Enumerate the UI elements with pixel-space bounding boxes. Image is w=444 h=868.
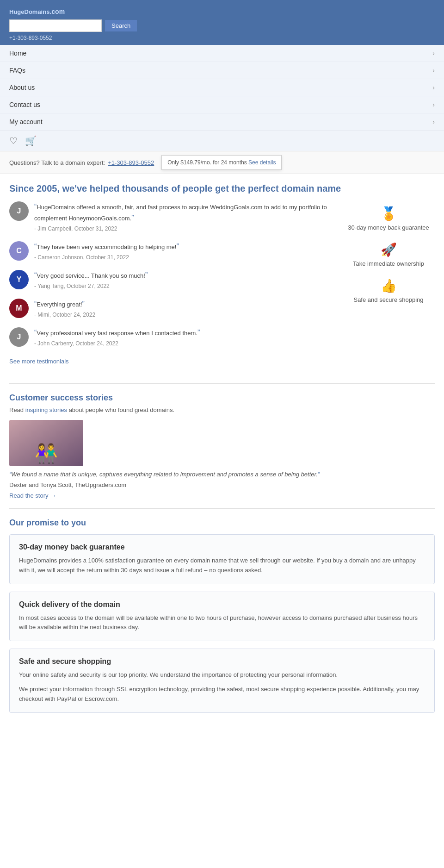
arrow-right-icon: → bbox=[50, 492, 56, 499]
testimonial-1: J HugeDomains offered a smooth, fair, an… bbox=[9, 201, 333, 232]
feature-money-back: 🏅 30-day money back guarantee bbox=[342, 206, 435, 231]
promo-bar: Questions? Talk to a domain expert: +1-3… bbox=[0, 151, 444, 174]
nav-item-faqs[interactable]: FAQs › bbox=[0, 62, 444, 79]
promise-card-delivery-title: Quick delivery of the domain bbox=[19, 600, 425, 609]
feature-money-back-label: 30-day money back guarantee bbox=[342, 224, 435, 231]
promise-card-money-back: 30-day money back guarantee HugeDomains … bbox=[9, 534, 435, 584]
promise-card-secure-title: Safe and secure shopping bbox=[19, 657, 425, 666]
testimonial-2-author: - Cameron Johnson, October 31, 2022 bbox=[34, 254, 333, 261]
nav-item-about[interactable]: About us › bbox=[0, 79, 444, 96]
feature-ownership-label: Take immediate ownership bbox=[342, 260, 435, 267]
site-header: HugeDomains.com Search +1-303-893-0552 bbox=[0, 0, 444, 45]
feature-secure-label: Safe and secure shopping bbox=[342, 296, 435, 303]
chevron-right-icon: › bbox=[432, 67, 435, 74]
avatar-5: J bbox=[9, 327, 29, 347]
testimonial-1-content: HugeDomains offered a smooth, fair, and … bbox=[34, 201, 333, 232]
success-image bbox=[9, 420, 83, 466]
rocket-icon: 🚀 bbox=[342, 242, 435, 257]
success-section: Customer success stories Read inspiring … bbox=[9, 393, 435, 499]
promise-title: Our promise to you bbox=[9, 518, 435, 528]
testimonial-2: C They have been very accommodating to h… bbox=[9, 241, 333, 261]
success-attribution: Dexter and Tonya Scott, TheUpgraders.com bbox=[9, 481, 435, 488]
testimonial-4-author: - Mimi, October 24, 2022 bbox=[34, 312, 333, 318]
avatar-4: M bbox=[9, 299, 29, 318]
avatar-3: Y bbox=[9, 270, 29, 289]
read-story-link[interactable]: Read the story → bbox=[9, 492, 435, 499]
promise-section: Our promise to you 30-day money back gua… bbox=[9, 518, 435, 713]
promo-tooltip: Only $149.79/mo. for 24 months See detai… bbox=[161, 155, 282, 170]
success-subtitle: Read inspiring stories about people who … bbox=[9, 406, 435, 413]
divider-2 bbox=[9, 508, 435, 509]
promise-card-money-back-text: HugeDomains provides a 100% satisfaction… bbox=[19, 556, 425, 575]
chevron-right-icon: › bbox=[432, 84, 435, 91]
testimonial-4: M Everything great! - Mimi, October 24, … bbox=[9, 299, 333, 318]
nav-item-contact[interactable]: Contact us › bbox=[0, 96, 444, 113]
success-quote: We found a name that is unique, captures… bbox=[9, 471, 435, 478]
logo-suffix: .com bbox=[49, 8, 65, 15]
feature-ownership: 🚀 Take immediate ownership bbox=[342, 242, 435, 267]
chevron-right-icon: › bbox=[432, 101, 435, 108]
nav-item-account[interactable]: My account › bbox=[0, 113, 444, 131]
success-image-inner bbox=[9, 420, 83, 466]
promise-card-secure-text2: We protect your information through SSL … bbox=[19, 685, 425, 704]
avatar-2: C bbox=[9, 241, 29, 261]
main-content: Since 2005, we've helped thousands of pe… bbox=[0, 183, 444, 713]
testimonial-5-quote: Very professional very fast response whe… bbox=[34, 327, 333, 338]
nav-icon-row: ♡ 🛒 bbox=[0, 131, 444, 151]
main-nav: Home › FAQs › About us › Contact us › My… bbox=[0, 45, 444, 151]
testimonial-1-quote: HugeDomains offered a smooth, fair, and … bbox=[34, 201, 333, 224]
testimonials-features-row: J HugeDomains offered a smooth, fair, an… bbox=[9, 201, 435, 374]
avatar-1: J bbox=[9, 201, 29, 221]
see-more-testimonials-link[interactable]: See more testimonials bbox=[9, 358, 69, 365]
search-input[interactable] bbox=[9, 19, 102, 32]
testimonial-5: J Very professional very fast response w… bbox=[9, 327, 333, 347]
promo-question: Questions? Talk to a domain expert: bbox=[9, 159, 105, 166]
promise-card-secure: Safe and secure shopping Your online saf… bbox=[9, 649, 435, 712]
thumbs-up-icon: 👍 bbox=[342, 278, 435, 293]
logo: HugeDomains.com bbox=[9, 5, 435, 17]
promise-card-delivery: Quick delivery of the domain In most cas… bbox=[9, 592, 435, 642]
promo-phone[interactable]: +1-303-893-0552 bbox=[108, 159, 154, 166]
cart-icon[interactable]: 🛒 bbox=[25, 135, 37, 146]
testimonial-5-content: Very professional very fast response whe… bbox=[34, 327, 333, 347]
testimonial-1-author: - Jim Campbell, October 31, 2022 bbox=[34, 225, 333, 232]
testimonial-3-author: - Yang Tang, October 27, 2022 bbox=[34, 283, 333, 289]
testimonial-5-author: - John Carberry, October 24, 2022 bbox=[34, 340, 333, 347]
search-form: Search bbox=[9, 19, 435, 32]
search-button[interactable]: Search bbox=[105, 19, 137, 32]
medal-icon: 🏅 bbox=[342, 206, 435, 221]
feature-secure: 👍 Safe and secure shopping bbox=[342, 278, 435, 303]
testimonial-4-quote: Everything great! bbox=[34, 299, 333, 310]
main-title: Since 2005, we've helped thousands of pe… bbox=[9, 183, 435, 194]
promo-see-details-link[interactable]: See details bbox=[248, 159, 276, 166]
chevron-right-icon: › bbox=[432, 118, 435, 125]
logo-text: HugeDomains bbox=[9, 8, 49, 15]
heart-icon[interactable]: ♡ bbox=[9, 135, 18, 146]
promise-card-money-back-title: 30-day money back guarantee bbox=[19, 543, 425, 551]
testimonial-3: Y Very good service... Thank you so much… bbox=[9, 270, 333, 289]
divider-1 bbox=[9, 383, 435, 384]
testimonial-4-content: Everything great! - Mimi, October 24, 20… bbox=[34, 299, 333, 318]
promise-card-delivery-text: In most cases access to the domain will … bbox=[19, 613, 425, 633]
chevron-right-icon: › bbox=[432, 50, 435, 57]
nav-item-home[interactable]: Home › bbox=[0, 45, 444, 62]
testimonials-column: J HugeDomains offered a smooth, fair, an… bbox=[9, 201, 333, 374]
testimonial-3-content: Very good service... Thank you so much! … bbox=[34, 270, 333, 289]
features-column: 🏅 30-day money back guarantee 🚀 Take imm… bbox=[342, 201, 435, 374]
testimonial-3-quote: Very good service... Thank you so much! bbox=[34, 270, 333, 281]
header-phone: +1-303-893-0552 bbox=[9, 35, 435, 41]
success-title: Customer success stories bbox=[9, 393, 435, 403]
testimonial-2-content: They have been very accommodating to hel… bbox=[34, 241, 333, 261]
inspiring-stories-link[interactable]: inspiring stories bbox=[25, 406, 67, 413]
promise-card-secure-text1: Your online safety and security is our t… bbox=[19, 670, 425, 680]
testimonial-2-quote: They have been very accommodating to hel… bbox=[34, 241, 333, 252]
